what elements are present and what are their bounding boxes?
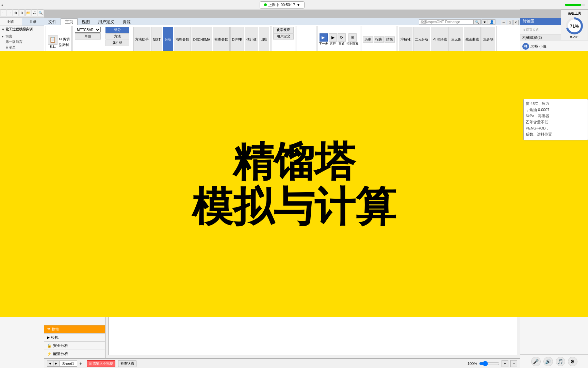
binary-btn[interactable]: 二元分析 <box>413 27 430 52</box>
exchange-search-input[interactable] <box>419 19 473 25</box>
side-text-6: 反数、进料位置 <box>526 132 586 137</box>
residual-btn[interactable]: 残余曲线 <box>464 27 481 52</box>
reset-btn[interactable]: ⟳ 重置 <box>338 33 346 46</box>
side-text-4: 乙苯含量不低 <box>526 120 586 125</box>
side-text-5: PENG-ROB， <box>526 126 586 131</box>
unit-btn[interactable]: 单位 <box>75 33 101 40</box>
tab-user-defined[interactable]: 用户定义 <box>94 18 118 25</box>
reset-icon: ⟳ <box>338 33 346 42</box>
simulation-icon: ▶ <box>47 335 50 340</box>
error-status-btn[interactable]: 所需输入不完整 <box>87 360 115 367</box>
exchange-search-btn[interactable]: 🔍 <box>473 19 481 25</box>
pdf-nav-cover[interactable]: 封面 <box>0 18 22 26</box>
settings-media-btn[interactable]: ⚙ <box>568 357 577 366</box>
nav-properties[interactable]: ⚗ 物性 <box>44 325 105 333</box>
tab-view[interactable]: 视图 <box>78 18 94 25</box>
discussion-label: 讨论区 <box>523 19 534 24</box>
zoom-slider[interactable] <box>479 361 500 366</box>
pdf-nav-bar: 封面 目录 <box>0 18 44 26</box>
zoom-in-btn[interactable]: + <box>502 360 508 367</box>
pdf-zoom-in[interactable]: ⊕ <box>13 10 18 16</box>
member-name-1: 老师 小峰 <box>530 44 546 49</box>
dippr-btn[interactable]: DIPPR <box>230 27 244 52</box>
sheet-nav-right[interactable]: ► <box>53 361 59 367</box>
regression-btn[interactable]: 回归 <box>259 27 269 52</box>
rec-left: 1 <box>0 0 44 10</box>
cut-btn[interactable]: ✂ 剪切 <box>59 36 70 42</box>
cut-icon: ✂ <box>59 37 62 42</box>
toc-frontmatter[interactable]: ▼前言 <box>1 34 43 39</box>
report-btn[interactable]: 报告 <box>374 36 384 43</box>
estimate-btn[interactable]: 估计值 <box>245 27 258 52</box>
ternary-btn[interactable]: 三元图 <box>450 27 463 52</box>
music-btn[interactable]: 🎵 <box>556 357 565 366</box>
nav-safety[interactable]: 🔒 安全分析 <box>44 341 105 350</box>
run-btn[interactable]: ▶ 运行 <box>329 33 337 46</box>
solubility-btn[interactable]: 溶解性 <box>399 27 412 52</box>
sheet-add-btn[interactable]: + <box>77 360 84 367</box>
nav-simulation[interactable]: ▶ 模拟 <box>44 333 105 341</box>
sheet-tabs: ◄ ► Sheet1 + <box>47 360 84 367</box>
win-minimize[interactable]: ─ <box>501 20 506 25</box>
side-text-1: 度 45℃，压力 <box>526 101 586 106</box>
pdf-nav-toc[interactable]: 目录 <box>22 18 44 26</box>
method-assistant-btn[interactable]: 方法助手 <box>133 27 150 52</box>
pdf-back-btn[interactable]: ← <box>1 10 6 16</box>
exchange-user-btn[interactable]: 👤 <box>488 19 495 25</box>
app-logo: 1 <box>1 3 3 6</box>
dechema-btn[interactable]: DECHEMA <box>192 27 212 52</box>
pdf-book-item[interactable]: ▼ 化工过程模拟实训 <box>1 27 43 32</box>
overlay-line1: 精馏塔 <box>192 139 396 184</box>
win-maximize[interactable]: □ <box>507 20 512 25</box>
overlay-line2: 模拟与计算 <box>192 184 396 229</box>
component-btn[interactable]: 组分 <box>105 27 129 33</box>
analysis-btn[interactable]: 分析 <box>163 27 173 52</box>
check-params-btn[interactable]: 检查参数 <box>213 27 230 52</box>
propset-btn[interactable]: 属性组 <box>105 40 129 46</box>
pdf-search-btn[interactable]: 🔍 <box>38 10 43 16</box>
pdf-zoom-out[interactable]: ⊖ <box>19 10 24 16</box>
zoom-out-btn[interactable]: − <box>510 360 517 367</box>
pdf-print-btn[interactable]: 🖨 <box>32 10 37 16</box>
method-btn[interactable]: 方法 <box>105 33 129 40</box>
mixture-btn[interactable]: 混合物 <box>481 27 495 52</box>
member-item-1: 峰 老师 小峰 <box>522 42 586 50</box>
simulation-nav-label: 模拟 <box>51 335 59 340</box>
metcbar-select[interactable]: METCBAR <box>75 27 101 33</box>
progress-circle: 71% <box>566 17 583 34</box>
nist-btn[interactable]: NIST <box>151 27 162 52</box>
mic-btn[interactable]: 🎤 <box>531 357 541 366</box>
tab-resources[interactable]: 资源 <box>118 18 135 25</box>
energy-nav-label: 能量分析 <box>53 351 68 356</box>
tab-home[interactable]: 主页 <box>61 18 78 25</box>
run-icon: ▶ <box>329 33 337 42</box>
toc-contents[interactable]: 目录页 <box>1 45 43 50</box>
next-step-btn[interactable]: ▶| 下一步 <box>319 33 328 46</box>
zoom-label: 100% <box>468 362 477 366</box>
paste-btn[interactable]: 📋 粘贴 <box>47 34 58 50</box>
safety-icon: 🔒 <box>47 343 52 348</box>
progress-bar-bg <box>565 4 585 6</box>
toc-preface1[interactable]: 第一版前言 <box>1 39 43 45</box>
check-status-btn[interactable]: 检查状态 <box>118 360 136 367</box>
tab-file[interactable]: 文件 <box>44 18 61 25</box>
pdf-open-btn[interactable]: 📂 <box>26 10 31 16</box>
properties-nav-label: 物性 <box>52 327 59 332</box>
speaker-btn[interactable]: 🔊 <box>543 357 553 366</box>
copy-btn[interactable]: ⎘ 复制 <box>59 42 70 48</box>
clean-params-btn[interactable]: 清理参数 <box>174 27 191 52</box>
sheet-nav-left[interactable]: ◄ <box>47 361 53 367</box>
stream-expand[interactable]: ▼ <box>296 3 300 7</box>
nav-energy[interactable]: ⚡ 能量分析 <box>44 350 105 358</box>
pt-envelope-btn[interactable]: PT包络线 <box>431 27 449 52</box>
win-close[interactable]: ✕ <box>513 20 519 25</box>
sheet1-tab[interactable]: Sheet1 <box>59 361 77 367</box>
pdf-fwd-btn[interactable]: → <box>7 10 12 16</box>
results-btn[interactable]: 结果 <box>385 36 395 43</box>
chem-react-btn[interactable]: 化学反应 <box>273 27 294 33</box>
ribbon-tabs: 文件 主页 视图 用户定义 资源 🔍 ★ 👤 ─ □ ✕ <box>44 18 520 25</box>
history-btn[interactable]: 历史 <box>363 36 373 43</box>
control-panel-btn[interactable]: ⊞ 控制面板 <box>346 33 359 46</box>
exchange-star-btn[interactable]: ★ <box>481 19 488 25</box>
user-defined-btn[interactable]: 用户定义 <box>273 33 294 40</box>
